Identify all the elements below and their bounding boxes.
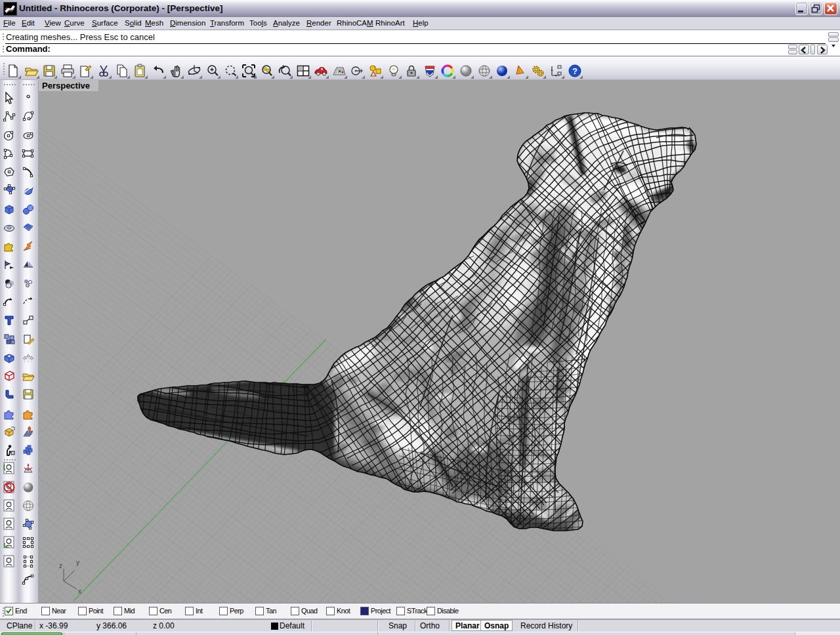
svg-text:z: z	[59, 562, 62, 569]
svg-text:?: ?	[572, 66, 578, 76]
svg-text:y: y	[76, 559, 79, 566]
svg-text:x: x	[78, 588, 81, 595]
